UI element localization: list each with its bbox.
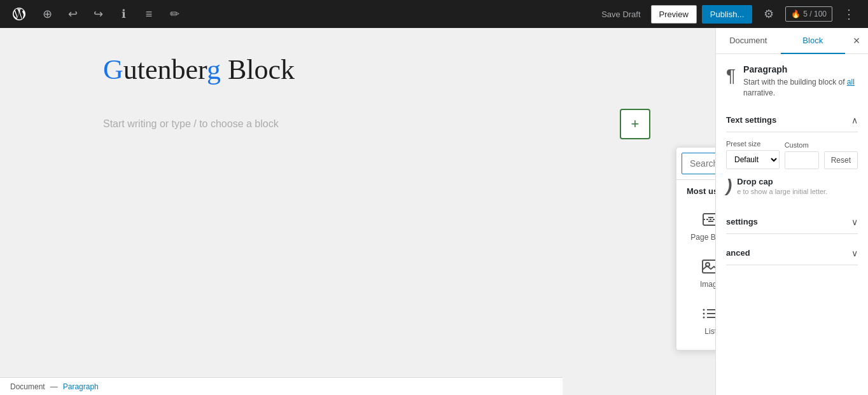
block-item-list[interactable]: List <box>682 298 715 342</box>
text-settings-chevron: ∧ <box>851 115 858 125</box>
block-search-wrap <box>676 148 715 180</box>
image-icon <box>702 260 715 276</box>
preset-size-label: Preset size <box>726 140 780 148</box>
undo-icon[interactable]: ↩ <box>61 3 84 25</box>
block-type-header: ¶ Paragraph Start with the building bloc… <box>726 64 858 99</box>
page-break-label: Page Break <box>690 233 715 242</box>
most-used-label: Most used <box>687 186 715 196</box>
advanced-chevron: ∨ <box>851 248 858 258</box>
wp-logo[interactable] <box>8 3 31 25</box>
preview-button[interactable]: Preview <box>651 5 697 24</box>
list-icon <box>702 307 715 323</box>
settings-section-header[interactable]: settings ∨ <box>726 211 858 234</box>
add-block-button-wrap: + Most used ∧ <box>620 109 650 139</box>
editor-content: Gutenberg Block Start writing or type / … <box>90 53 625 137</box>
block-item-page-break[interactable]: Page Break <box>682 204 715 248</box>
save-draft-button[interactable]: Save Draft <box>596 6 645 23</box>
tab-document[interactable]: Document <box>716 28 781 54</box>
wordpress-icon <box>11 6 27 22</box>
image-label: Image <box>700 280 715 289</box>
flame-icon: 🔥 <box>791 10 801 18</box>
publish-button[interactable]: Publish... <box>702 5 752 24</box>
drop-cap-label: Drop cap <box>737 177 858 186</box>
block-section-header: Most used ∧ <box>676 180 715 198</box>
block-search-input[interactable] <box>682 153 715 174</box>
status-paragraph: Paragraph <box>63 382 99 391</box>
block-type-info: Paragraph Start with the building block … <box>743 64 858 99</box>
main-layout: Gutenberg Block Start writing or type / … <box>0 28 868 395</box>
text-settings-body: Preset size Default Small Normal Large H… <box>726 132 858 203</box>
block-item-image[interactable]: Image <box>682 251 715 295</box>
close-panel-button[interactable]: × <box>845 28 868 53</box>
flame-badge: 🔥 5 / 100 <box>785 6 832 22</box>
preset-size-select[interactable]: Default Small Normal Large Huge <box>726 150 780 169</box>
text-settings-title: Text settings <box>726 115 776 125</box>
status-bar: Document — Paragraph <box>0 377 563 395</box>
custom-size-group: Custom <box>785 141 819 169</box>
preset-size-row: Preset size Default Small Normal Large H… <box>726 140 858 169</box>
custom-label: Custom <box>785 141 819 149</box>
paragraph-area[interactable]: Start writing or type / to choose a bloc… <box>103 111 612 137</box>
flame-score: 5 / 100 <box>803 10 827 18</box>
block-type-desc: Start with the building block of all nar… <box>743 77 858 99</box>
panel-body: ¶ Paragraph Start with the building bloc… <box>716 54 868 395</box>
post-title[interactable]: Gutenberg Block <box>103 53 612 86</box>
toolbar-icons: ⊕ ↩ ↪ ℹ ≡ ✏ <box>36 3 591 25</box>
add-block-button[interactable]: + <box>620 109 650 139</box>
reset-button[interactable]: Reset <box>824 151 858 169</box>
status-sep: — <box>50 382 58 391</box>
toolbar-right: Save Draft Preview Publish... ⚙ 🔥 5 / 10… <box>596 3 860 25</box>
info-icon[interactable]: ℹ <box>112 3 135 25</box>
block-type-name: Paragraph <box>743 64 858 74</box>
drop-cap-text: Drop cap e to show a large initial lette… <box>737 177 858 195</box>
list-label: List <box>704 327 715 336</box>
text-settings-section: Text settings ∧ Preset size Default Smal… <box>726 109 858 203</box>
paragraph-placeholder: Start writing or type / to choose a bloc… <box>103 118 279 130</box>
right-panel: Document Block × ¶ Paragraph Start with … <box>715 28 868 395</box>
edit-icon[interactable]: ✏ <box>163 3 186 25</box>
redo-icon[interactable]: ↪ <box>87 3 109 25</box>
advanced-section-header[interactable]: anced ∨ <box>726 242 858 265</box>
settings-chevron: ∨ <box>851 217 858 227</box>
text-settings-header[interactable]: Text settings ∧ <box>726 109 858 132</box>
settings-gear-icon[interactable]: ⚙ <box>757 3 780 25</box>
block-type-paragraph-icon: ¶ <box>726 66 736 86</box>
advanced-section: anced ∨ <box>726 242 858 265</box>
drop-cap-desc: e to show a large initial letter. <box>737 188 858 195</box>
add-block-toolbar-icon[interactable]: ⊕ <box>36 3 59 25</box>
list-view-icon[interactable]: ≡ <box>137 3 160 25</box>
desc-link[interactable]: all <box>847 78 855 87</box>
editor-area: Gutenberg Block Start writing or type / … <box>0 28 715 395</box>
drop-cap-icon: ) <box>726 177 732 195</box>
status-document: Document <box>10 382 45 391</box>
preset-size-group: Preset size Default Small Normal Large H… <box>726 140 780 169</box>
block-picker-dropdown: Most used ∧ <box>676 147 715 350</box>
panel-tabs: Document Block × <box>716 28 868 54</box>
custom-size-input[interactable] <box>785 151 819 169</box>
settings-section-title: settings <box>726 217 758 226</box>
settings-section: settings ∨ <box>726 211 858 234</box>
tab-block[interactable]: Block <box>781 28 846 54</box>
block-grid: Page Break <box>676 198 715 350</box>
advanced-section-title: anced <box>726 248 750 258</box>
more-options-icon[interactable]: ⋮ <box>837 3 860 25</box>
top-toolbar: ⊕ ↩ ↪ ℹ ≡ ✏ Save Draft Preview Publish..… <box>0 0 868 28</box>
page-break-icon <box>702 212 715 229</box>
drop-cap-row: ) Drop cap e to show a large initial let… <box>726 177 858 195</box>
